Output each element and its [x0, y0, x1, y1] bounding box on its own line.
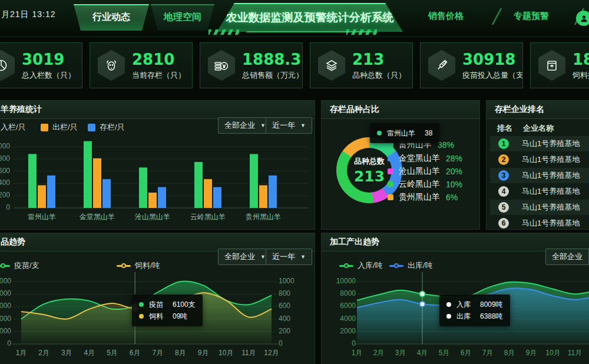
legend-swatch: [388, 155, 393, 161]
axis-label: 1000: [279, 277, 308, 285]
donut-legend-item[interactable]: 云岭黑山羊 10%: [388, 179, 462, 190]
goat-icon: [98, 50, 125, 81]
breeding-stats-panel: 羊养殖统计 入栏/只 出栏/只 存栏/只 全部企业▼ 近一年▼ 10008006…: [0, 100, 315, 230]
axis-label: 2000: [0, 327, 11, 335]
table-row: 5 马山1号养殖基地: [490, 200, 589, 215]
nav-tab-warning[interactable]: 专题预警: [514, 11, 549, 22]
legend-swatch: [388, 168, 393, 174]
dashboard-stage: 月21日 13:12 行业动态 地理空间 农业数据监测及预警统计分析系统 销售价…: [0, 0, 589, 364]
kpi-value: 1888.32: [242, 51, 302, 68]
axis-label: 6000: [0, 302, 11, 310]
datetime-label: 月21日 13:12: [1, 9, 56, 20]
panel-title: 存栏企业排名: [487, 101, 589, 119]
axis-label: 11月: [237, 348, 260, 358]
company-name: 马山1号养殖基地: [522, 138, 580, 149]
nav-divider: [492, 8, 502, 25]
axis-label: 10000: [322, 277, 356, 285]
donut-legend-item[interactable]: 金堂黑山羊 28%: [388, 153, 462, 164]
axis-label: 贵州黑山羊: [236, 212, 291, 222]
output-tooltip: 入库 8009吨 出库 6388吨: [439, 294, 510, 326]
user-icon[interactable]: [576, 11, 589, 26]
kpi-value: 1888: [573, 51, 589, 68]
legend-label: 金堂黑山羊: [399, 153, 440, 164]
tooltip-dot: [139, 314, 144, 319]
tooltip-name: 雷州山羊: [387, 127, 425, 139]
axis-label: 2月: [367, 348, 391, 358]
axis-label: 4000: [0, 315, 11, 323]
tooltip-name: 饲料: [149, 310, 173, 322]
tooltip-dot: [139, 302, 144, 307]
donut-center-value: 213: [354, 168, 385, 185]
legend-pct: 20%: [446, 167, 462, 176]
axis-label: 10月: [541, 348, 565, 358]
axis-label: 2000: [322, 327, 356, 335]
axis-label: 8000: [322, 289, 356, 297]
axis-label: 7月: [146, 348, 170, 358]
tooltip-value: 6100支: [173, 299, 196, 310]
company-name: 马山1号养殖基地: [522, 218, 580, 229]
axis-label: 0: [0, 339, 11, 348]
axis-label: 600: [279, 302, 308, 310]
kpi-card-total-in: 3019 总入栏数（只）: [0, 42, 82, 88]
rank-badge: 4: [498, 186, 509, 197]
axis-label: 8000: [0, 289, 11, 297]
column-company: 企业名称: [523, 123, 554, 134]
donut-center: 品种总数 213: [347, 148, 392, 193]
legend-swatch: [388, 194, 393, 200]
kpi-card-current-stock: 2810 当前存栏（只）: [90, 42, 193, 88]
axis-label: 8月: [168, 348, 192, 358]
axis-label: 7月: [476, 348, 499, 358]
axis-label: 6月: [454, 348, 478, 358]
company-name: 马山1号养殖基地: [522, 186, 580, 197]
axis-label: 8月: [498, 348, 521, 358]
axis-label: 12月: [260, 348, 283, 358]
axis-label: 800: [0, 154, 10, 163]
axis-label: 5月: [432, 348, 456, 358]
axis-label: 4000: [322, 315, 356, 323]
legend-pct: 38%: [438, 140, 454, 150]
rank-badge: 5: [498, 202, 509, 213]
rank-badge: 1: [498, 138, 509, 149]
legend-pct: 6%: [446, 193, 458, 202]
nav-tab-price[interactable]: 销售价格: [428, 11, 464, 22]
nav-tab-industry[interactable]: 行业动态: [74, 4, 149, 31]
axis-label: 11月: [563, 348, 587, 358]
tooltip-name: 疫苗: [149, 299, 173, 310]
axis-label: 0: [322, 339, 356, 348]
bar-chart-svg: [0, 101, 316, 230]
top-nav-bar: 月21日 13:12 行业动态 地理空间 农业数据监测及预警统计分析系统 销售价…: [0, 0, 589, 37]
table-row: 4 马山1号养殖基地: [490, 184, 589, 199]
kpi-label: 品种总数（只）: [352, 70, 406, 81]
axis-label: 1月: [9, 348, 33, 358]
axis-label: 200: [0, 191, 10, 199]
kpi-label: 当前存栏（只）: [132, 70, 186, 81]
axis-label: 2月: [32, 348, 56, 358]
axis-label: 12月: [585, 348, 589, 358]
breed-share-panel: 存栏品种占比 品种总数 213 雷州山羊 38% 金堂黑山羊 28% 沧山黑山羊…: [321, 100, 480, 230]
rank-badge: 2: [498, 154, 509, 165]
axis-label: 10000: [0, 277, 11, 285]
table-row: 6 马山1号养殖基地: [490, 216, 589, 231]
axis-label: 400: [279, 315, 308, 323]
axis-label: 0: [279, 339, 308, 348]
rank-badge: 3: [498, 170, 509, 181]
donut-legend-item[interactable]: 贵州黑山羊 6%: [388, 192, 458, 203]
rank-badge: 6: [498, 218, 509, 229]
supplies-tooltip: 疫苗 6100支 饲料 09吨: [132, 294, 203, 326]
layers-icon: [318, 50, 345, 81]
table-row: 3 马山1号养殖基地: [490, 168, 589, 183]
hazard-stripes-left: [209, 29, 239, 35]
person-glyph: [580, 14, 588, 23]
company-ranking-panel: 存栏企业排名 排名 企业名称 1 马山1号养殖基地 2 马山1号养殖基地 3 马…: [486, 100, 589, 230]
kpi-label: 总入栏数（只）: [22, 70, 75, 81]
axis-label: 600: [0, 167, 10, 175]
legend-label: 云岭黑山羊: [399, 179, 440, 190]
axis-label: 9月: [191, 348, 215, 358]
donut-legend-item[interactable]: 沧山黑山羊 20%: [388, 166, 462, 177]
legend-label: 贵州黑山羊: [399, 192, 440, 203]
nav-tab-geo[interactable]: 地理空间: [151, 4, 214, 31]
tooltip-name: 入库: [456, 299, 480, 310]
axis-label: 6000: [322, 302, 356, 310]
kpi-label: 饲料投入总量（吨）: [573, 70, 589, 81]
kpi-label: 总销售额（万元）: [242, 70, 302, 81]
